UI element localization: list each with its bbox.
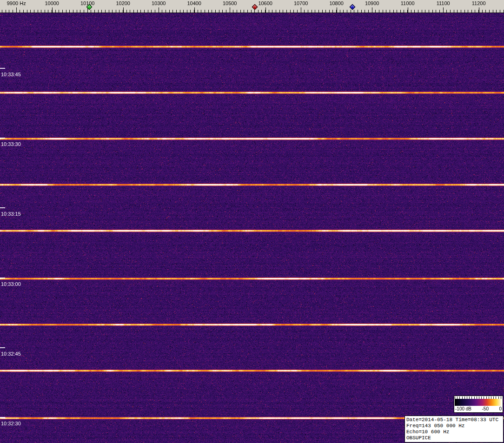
ruler-major-tick [194,7,195,13]
info-frequency: Freq=143 050 000 Hz [406,423,502,429]
ruler-frequency-label: 10400 [187,0,201,6]
ruler-frequency-label: 9900 Hz [7,0,26,6]
ruler-major-tick [52,7,53,13]
ruler-major-tick [230,7,230,13]
legend-labels: -100 dB -50 0 [454,406,503,412]
ruler-major-tick [479,7,479,13]
ruler-frequency-label: 10000 [45,0,59,6]
info-box: Date=2014-05-18 Time=08:33 UTC Freq=143 … [405,416,504,443]
ruler-frequency-label: 10300 [152,0,166,6]
spectrogram-app-window: 9900 Hz100001010010200103001040010500106… [0,0,504,443]
legend-mid-label: -50 [482,406,489,411]
ruler-major-tick [408,7,408,13]
ruler-frequency-label: 10500 [223,0,237,6]
info-echo: Echo=10 600 Hz [406,429,502,435]
ruler-frequency-label: 10700 [294,0,308,6]
ruler-major-tick [16,7,17,13]
legend-gradient [455,399,502,406]
ruler-frequency-label: 10600 [258,0,272,6]
info-station: OBSUPICE [406,435,502,441]
spectrogram-canvas[interactable] [0,13,504,443]
waterfall-display[interactable]: 10:33:4510:33:3010:33:1510:33:0010:32:45… [0,13,504,443]
amplitude-legend: -100 dB -50 0 [454,396,503,413]
ruler-major-tick [337,7,337,13]
ruler-major-tick [123,7,124,13]
red-frequency-marker[interactable] [252,4,258,10]
ruler-frequency-label: 11100 [437,0,450,6]
blue-frequency-marker[interactable] [350,4,356,10]
ruler-frequency-label: 10200 [116,0,130,6]
ruler-frequency-label: 11000 [401,0,415,6]
frequency-ruler[interactable]: 9900 Hz100001010010200103001040010500106… [0,0,504,13]
ruler-minor-ticks [2,10,504,13]
info-date-time: Date=2014-05-18 Time=08:33 UTC [406,417,502,423]
ruler-major-tick [372,7,372,13]
ruler-major-tick [301,7,301,13]
ruler-frequency-label: 11200 [472,0,486,6]
legend-max-label: 0 [499,406,502,411]
ruler-major-tick [443,7,444,13]
legend-min-label: -100 dB [455,406,471,411]
ruler-frequency-label: 10800 [329,0,344,6]
ruler-frequency-label: 10900 [365,0,379,6]
ruler-major-tick [159,7,159,13]
ruler-major-tick [265,7,266,13]
